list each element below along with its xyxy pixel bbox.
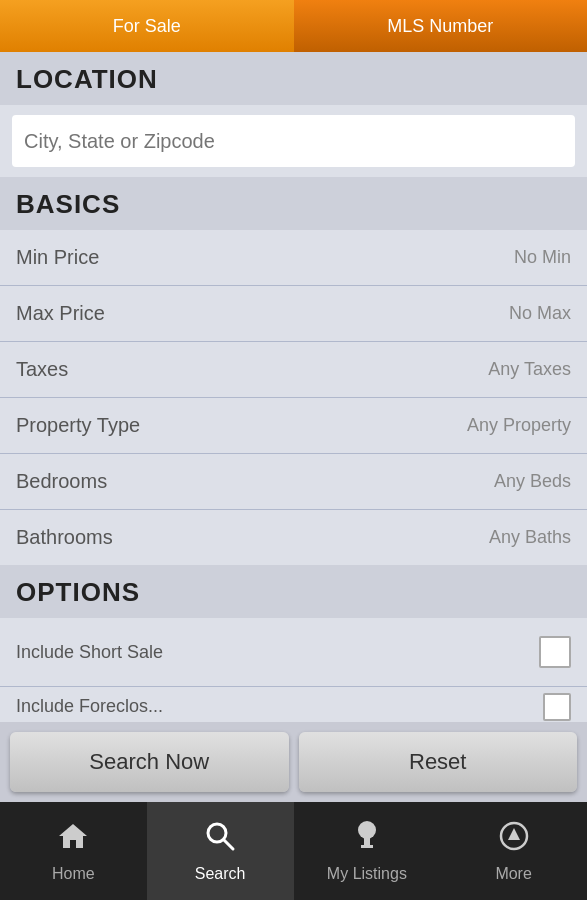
basics-rows: Min Price No Min Max Price No Max Taxes … xyxy=(0,230,587,565)
home-icon xyxy=(57,820,89,859)
top-tabs: For Sale MLS Number xyxy=(0,0,587,52)
location-input[interactable] xyxy=(24,130,563,153)
svg-line-2 xyxy=(224,840,233,849)
nav-search[interactable]: Search xyxy=(147,802,294,900)
for-sale-tab[interactable]: For Sale xyxy=(0,0,294,52)
bathrooms-label: Bathrooms xyxy=(16,526,113,549)
short-sale-label: Include Short Sale xyxy=(16,642,163,663)
nav-my-listings-label: My Listings xyxy=(327,865,407,883)
max-price-value: No Max xyxy=(509,303,571,324)
property-type-row[interactable]: Property Type Any Property xyxy=(0,398,587,454)
search-icon xyxy=(204,820,236,859)
taxes-value: Any Taxes xyxy=(488,359,571,380)
bedrooms-label: Bedrooms xyxy=(16,470,107,493)
short-sale-row[interactable]: Include Short Sale xyxy=(0,618,587,687)
nav-more-label: More xyxy=(495,865,531,883)
min-price-value: No Min xyxy=(514,247,571,268)
nav-home[interactable]: Home xyxy=(0,802,147,900)
bedrooms-value: Any Beds xyxy=(494,471,571,492)
max-price-label: Max Price xyxy=(16,302,105,325)
svg-marker-7 xyxy=(508,828,520,840)
location-section-header: LOCATION xyxy=(0,52,587,105)
foreclosure-row-partial: Include Foreclos... xyxy=(0,687,587,727)
taxes-row[interactable]: Taxes Any Taxes xyxy=(0,342,587,398)
svg-marker-0 xyxy=(59,824,87,848)
more-icon xyxy=(498,820,530,859)
foreclosure-checkbox-partial xyxy=(543,693,571,721)
location-title: LOCATION xyxy=(16,64,571,95)
bottom-nav: Home Search My Listings xyxy=(0,802,587,900)
short-sale-checkbox[interactable] xyxy=(539,636,571,668)
location-input-wrapper xyxy=(12,115,575,167)
basics-section-header: BASICS xyxy=(0,177,587,230)
nav-search-label: Search xyxy=(195,865,246,883)
options-title: OPTIONS xyxy=(16,577,571,608)
property-type-value: Any Property xyxy=(467,415,571,436)
mls-number-tab[interactable]: MLS Number xyxy=(294,0,588,52)
basics-title: BASICS xyxy=(16,189,571,220)
listings-icon xyxy=(351,820,383,859)
bathrooms-row[interactable]: Bathrooms Any Baths xyxy=(0,510,587,565)
min-price-label: Min Price xyxy=(16,246,99,269)
nav-my-listings[interactable]: My Listings xyxy=(294,802,441,900)
svg-rect-5 xyxy=(361,845,373,848)
taxes-label: Taxes xyxy=(16,358,68,381)
bathrooms-value: Any Baths xyxy=(489,527,571,548)
property-type-label: Property Type xyxy=(16,414,140,437)
bedrooms-row[interactable]: Bedrooms Any Beds xyxy=(0,454,587,510)
max-price-row[interactable]: Max Price No Max xyxy=(0,286,587,342)
search-now-button[interactable]: Search Now xyxy=(10,732,289,792)
nav-more[interactable]: More xyxy=(440,802,587,900)
foreclosure-label-partial: Include Foreclos... xyxy=(16,696,163,717)
nav-home-label: Home xyxy=(52,865,95,883)
svg-point-3 xyxy=(358,821,376,839)
min-price-row[interactable]: Min Price No Min xyxy=(0,230,587,286)
action-buttons-container: Search Now Reset xyxy=(0,722,587,802)
options-section-header: OPTIONS xyxy=(0,565,587,618)
reset-button[interactable]: Reset xyxy=(299,732,578,792)
